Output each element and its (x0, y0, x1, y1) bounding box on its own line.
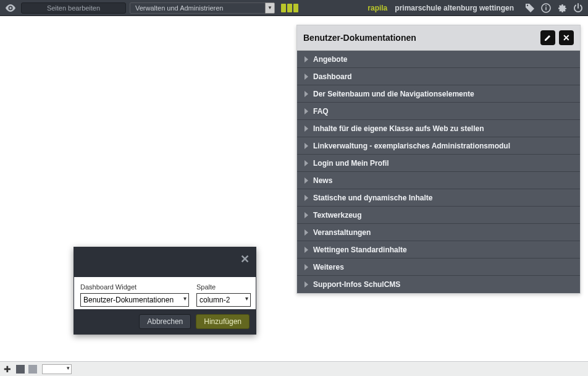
top-toolbar: Seiten bearbeiten Verwalten und Administ… (0, 0, 588, 16)
widget-field: Dashboard Widget Benutzer-Dokumentatione… (80, 283, 189, 307)
panel-header: Benutzer-Dokumentationen ✕ (297, 25, 580, 51)
panel-title: Benutzer-Dokumentationen (303, 33, 416, 43)
edit-panel-button[interactable] (540, 30, 555, 45)
panel-item-label: Angebote (313, 55, 347, 64)
add-button[interactable]: Hinzufügen (196, 314, 250, 329)
info-icon[interactable] (540, 2, 552, 14)
chevron-right-icon (304, 195, 308, 201)
panel-item[interactable]: Veranstaltungen (297, 224, 580, 241)
panel-item[interactable]: Statische und dynamische Inhalte (297, 189, 580, 207)
panel-item[interactable]: Angebote (297, 51, 580, 68)
power-icon[interactable] (572, 2, 584, 14)
chevron-right-icon (304, 229, 308, 236)
close-panel-button[interactable]: ✕ (559, 30, 574, 45)
panel-item-label: FAQ (313, 107, 329, 116)
panel-item[interactable]: Login und Mein Profil (297, 155, 580, 172)
documentation-panel: Benutzer-Dokumentationen ✕ AngeboteDashb… (296, 25, 581, 294)
dialog-footer: Abbrechen Hinzufügen (74, 309, 256, 334)
dialog-header: ✕ (74, 247, 256, 277)
panel-item[interactable]: Der Seitenbaum und die Navigationselemen… (297, 85, 580, 103)
panel-item-label: Login und Mein Profil (313, 159, 389, 168)
panel-item-label: Support-Infos SchulCMS (313, 280, 400, 289)
chevron-right-icon (304, 56, 308, 62)
admin-dropdown[interactable]: Verwalten und Administrieren ▼ (130, 2, 275, 14)
admin-dropdown-label: Verwalten und Administrieren (130, 2, 266, 14)
layout-columns-icon[interactable] (281, 4, 298, 12)
panel-item[interactable]: Support-Infos SchulCMS (297, 276, 580, 293)
chevron-right-icon (304, 74, 308, 80)
panel-item[interactable]: FAQ (297, 103, 580, 120)
add-widget-dialog: ✕ Dashboard Widget Benutzer-Dokumentatio… (74, 247, 256, 335)
panel-item[interactable]: Dashboard (297, 68, 580, 85)
chevron-right-icon (304, 281, 308, 288)
add-button-label: Hinzufügen (204, 317, 242, 326)
layout-tile-icon[interactable] (16, 365, 25, 374)
widget-select[interactable]: Benutzer-Dokumentationen (80, 293, 189, 307)
dropdown-arrow-icon[interactable]: ▼ (265, 2, 275, 14)
panel-item-label: Veranstaltungen (313, 228, 371, 237)
tag-icon[interactable] (524, 2, 536, 14)
chevron-right-icon (304, 143, 308, 149)
chevron-right-icon (304, 91, 308, 97)
chevron-right-icon (304, 108, 308, 114)
chevron-right-icon (304, 247, 308, 253)
panel-item-label: News (313, 176, 332, 185)
bottom-toolbar: ✚ (0, 361, 588, 376)
add-widget-icon[interactable]: ✚ (2, 364, 12, 374)
edit-pages-button[interactable]: Seiten bearbeiten (21, 2, 126, 14)
panel-item[interactable]: Inhalte für die eigene Klasse aufs Web z… (297, 120, 580, 137)
chevron-right-icon (304, 160, 308, 166)
svg-rect-3 (545, 5, 547, 6)
brand-label: rapila (368, 4, 387, 12)
column-field: Spalte column-2 (196, 283, 251, 307)
bottom-select[interactable] (42, 364, 72, 374)
column-field-label: Spalte (196, 283, 251, 291)
svg-point-0 (9, 7, 12, 9)
panel-item-label: Wettingen Standardinhalte (313, 246, 407, 254)
cancel-button-label: Abbrechen (147, 317, 183, 326)
panel-item[interactable]: News (297, 172, 580, 189)
chevron-right-icon (304, 126, 308, 132)
widget-field-label: Dashboard Widget (80, 283, 189, 291)
edit-pages-label: Seiten bearbeiten (47, 4, 100, 12)
dialog-body: Dashboard Widget Benutzer-Dokumentatione… (74, 277, 256, 309)
layout-tile-icon-2[interactable] (28, 365, 37, 374)
panel-item[interactable]: Wettingen Standardinhalte (297, 241, 580, 258)
panel-item[interactable]: Linkverwaltung - exemplarisches Administ… (297, 137, 580, 155)
panel-item-label: Linkverwaltung - exemplarisches Administ… (313, 142, 510, 150)
cancel-button[interactable]: Abbrechen (139, 314, 191, 329)
gear-icon[interactable] (556, 2, 568, 14)
svg-rect-2 (545, 7, 547, 10)
chevron-right-icon (304, 177, 308, 184)
preview-icon[interactable] (4, 2, 17, 14)
column-select[interactable]: column-2 (196, 293, 251, 307)
panel-item[interactable]: Textwerkzeug (297, 207, 580, 224)
close-icon[interactable]: ✕ (240, 252, 250, 266)
chevron-right-icon (304, 264, 308, 270)
site-name: primarschule altenburg wettingen (395, 4, 514, 12)
panel-item-label: Der Seitenbaum und die Navigationselemen… (313, 90, 474, 98)
panel-item-label: Textwerkzeug (313, 211, 361, 220)
panel-item-label: Statische und dynamische Inhalte (313, 194, 432, 202)
panel-item-label: Inhalte für die eigene Klasse aufs Web z… (313, 124, 484, 133)
panel-item-label: Dashboard (313, 72, 352, 81)
panel-item[interactable]: Weiteres (297, 258, 580, 276)
panel-item-label: Weiteres (313, 263, 344, 271)
panel-list: AngeboteDashboardDer Seitenbaum und die … (297, 51, 580, 293)
chevron-right-icon (304, 212, 308, 218)
